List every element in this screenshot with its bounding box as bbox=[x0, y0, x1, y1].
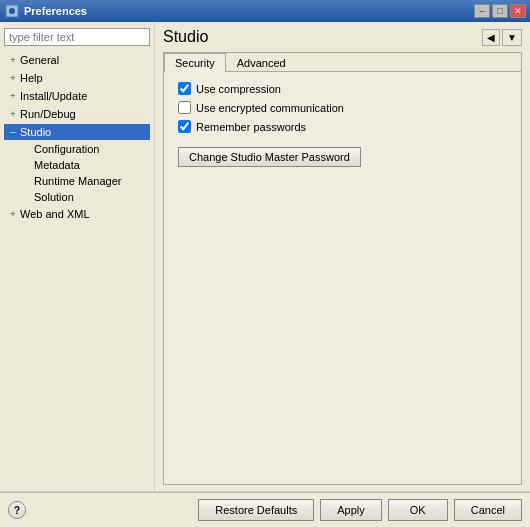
sidebar-item-runtime-manager[interactable]: Runtime Manager bbox=[4, 174, 150, 188]
main-container: + General + Help + Install/Update + Run/… bbox=[0, 22, 530, 527]
restore-defaults-button[interactable]: Restore Defaults bbox=[198, 499, 314, 521]
tab-content-security: Use compression Use encrypted communicat… bbox=[164, 72, 521, 484]
app-icon bbox=[4, 3, 20, 19]
svg-point-1 bbox=[9, 8, 15, 14]
titlebar-title: Preferences bbox=[24, 5, 470, 17]
expand-icon-install: + bbox=[6, 89, 20, 103]
remember-passwords-item: Remember passwords bbox=[178, 120, 507, 133]
sidebar-item-configuration[interactable]: Configuration bbox=[4, 142, 150, 156]
panel-header: Studio ◀ ▼ bbox=[163, 28, 522, 46]
close-button[interactable]: ✕ bbox=[510, 4, 526, 18]
sidebar-label-general: General bbox=[20, 54, 59, 66]
tab-bar: Security Advanced bbox=[164, 53, 521, 72]
nav-back-button[interactable]: ◀ bbox=[482, 29, 500, 46]
remember-passwords-label: Remember passwords bbox=[196, 121, 306, 133]
content-area: + General + Help + Install/Update + Run/… bbox=[0, 22, 530, 491]
use-compression-checkbox[interactable] bbox=[178, 82, 191, 95]
use-compression-item: Use compression bbox=[178, 82, 507, 95]
expand-icon-help: + bbox=[6, 71, 20, 85]
sidebar-item-metadata[interactable]: Metadata bbox=[4, 158, 150, 172]
bottom-right-buttons: Restore Defaults Apply OK Cancel bbox=[198, 499, 522, 521]
sidebar-item-solution[interactable]: Solution bbox=[4, 190, 150, 204]
use-encrypted-label: Use encrypted communication bbox=[196, 102, 344, 114]
bottom-bar: ? Restore Defaults Apply OK Cancel bbox=[0, 492, 530, 527]
use-encrypted-checkbox[interactable] bbox=[178, 101, 191, 114]
tab-container: Security Advanced Use compression Use en… bbox=[163, 52, 522, 485]
sidebar-item-web-xml[interactable]: + Web and XML bbox=[4, 206, 150, 222]
sidebar-label-solution: Solution bbox=[34, 191, 74, 203]
sidebar-item-studio[interactable]: – Studio bbox=[4, 124, 150, 140]
sidebar: + General + Help + Install/Update + Run/… bbox=[0, 22, 155, 491]
cancel-button[interactable]: Cancel bbox=[454, 499, 522, 521]
tab-security[interactable]: Security bbox=[164, 53, 226, 72]
panel-title: Studio bbox=[163, 28, 208, 46]
sidebar-label-install: Install/Update bbox=[20, 90, 87, 102]
minimize-button[interactable]: – bbox=[474, 4, 490, 18]
use-encrypted-item: Use encrypted communication bbox=[178, 101, 507, 114]
titlebar: Preferences – □ ✕ bbox=[0, 0, 530, 22]
use-compression-label: Use compression bbox=[196, 83, 281, 95]
sidebar-label-web-xml: Web and XML bbox=[20, 208, 90, 220]
sidebar-label-help: Help bbox=[20, 72, 43, 84]
titlebar-buttons: – □ ✕ bbox=[474, 4, 526, 18]
sidebar-item-run-debug[interactable]: + Run/Debug bbox=[4, 106, 150, 122]
remember-passwords-checkbox[interactable] bbox=[178, 120, 191, 133]
sidebar-label-configuration: Configuration bbox=[34, 143, 99, 155]
ok-button[interactable]: OK bbox=[388, 499, 448, 521]
panel-nav: ◀ ▼ bbox=[482, 29, 522, 46]
restore-button[interactable]: □ bbox=[492, 4, 508, 18]
help-button[interactable]: ? bbox=[8, 501, 26, 519]
sidebar-item-help[interactable]: + Help bbox=[4, 70, 150, 86]
expand-icon-studio: – bbox=[6, 125, 20, 139]
change-password-button[interactable]: Change Studio Master Password bbox=[178, 147, 361, 167]
sidebar-label-metadata: Metadata bbox=[34, 159, 80, 171]
sidebar-item-general[interactable]: + General bbox=[4, 52, 150, 68]
filter-input[interactable] bbox=[4, 28, 150, 46]
expand-icon-web: + bbox=[6, 207, 20, 221]
expand-icon-run: + bbox=[6, 107, 20, 121]
sidebar-label-run: Run/Debug bbox=[20, 108, 76, 120]
nav-dropdown-button[interactable]: ▼ bbox=[502, 29, 522, 46]
sidebar-item-install-update[interactable]: + Install/Update bbox=[4, 88, 150, 104]
tab-advanced[interactable]: Advanced bbox=[226, 53, 297, 72]
sidebar-label-runtime-manager: Runtime Manager bbox=[34, 175, 121, 187]
right-panel: Studio ◀ ▼ Security Advanced bbox=[155, 22, 530, 491]
sidebar-label-studio: Studio bbox=[20, 126, 51, 138]
expand-icon-general: + bbox=[6, 53, 20, 67]
apply-button[interactable]: Apply bbox=[320, 499, 382, 521]
